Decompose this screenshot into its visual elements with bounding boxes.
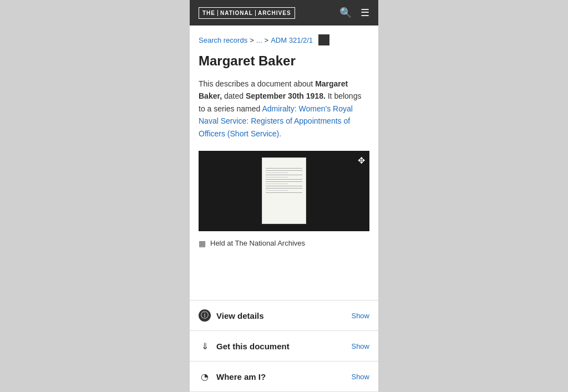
info-icon: ⓘ <box>199 309 211 322</box>
logo: THENATIONALARCHIVES <box>199 7 295 19</box>
breadcrumb-sep2: > <box>265 36 269 44</box>
breadcrumb: Search records > ... > ADM 321/2/1 + <box>199 34 369 45</box>
add-breadcrumb-button[interactable]: + <box>318 34 329 45</box>
menu-icon[interactable]: ☰ <box>361 7 369 19</box>
expand-icon[interactable]: ✥ <box>358 155 365 166</box>
view-details-show[interactable]: Show <box>351 312 369 320</box>
doc-line-7 <box>266 181 302 182</box>
logo-box: THENATIONALARCHIVES <box>199 7 295 19</box>
doc-line-3 <box>266 172 288 173</box>
where-am-i-header[interactable]: ◔ Where am I? Show <box>190 362 378 391</box>
page-title: Margaret Baker <box>199 53 369 69</box>
doc-line-11 <box>266 190 288 191</box>
accordion-left-3: ◔ Where am I? <box>199 370 266 383</box>
document-image-container: ✥ <box>199 151 369 231</box>
view-details-header[interactable]: ⓘ View details Show <box>190 301 378 330</box>
phone-container: THENATIONALARCHIVES 🔍 ☰ Search records >… <box>190 0 378 392</box>
desc-part2: dated <box>222 91 246 100</box>
logo-national: NATIONAL <box>220 10 256 16</box>
logo-the: THE <box>202 10 218 16</box>
header: THENATIONALARCHIVES 🔍 ☰ <box>190 0 378 26</box>
desc-date: September 30th 1918. <box>246 91 326 100</box>
doc-line-9 <box>266 186 302 186</box>
doc-lines <box>266 168 302 193</box>
get-document-label: Get this document <box>216 342 290 351</box>
where-am-i-show[interactable]: Show <box>351 373 369 381</box>
doc-line-2 <box>266 170 302 171</box>
view-details-label: View details <box>216 311 264 320</box>
logo-archives: ARCHIVES <box>258 10 291 16</box>
doc-line-8 <box>266 184 288 184</box>
held-at: ▦ Held at The National Archives <box>199 239 369 256</box>
doc-line-4 <box>266 175 302 175</box>
doc-line-10 <box>266 188 302 189</box>
main-content: Search records > ... > ADM 321/2/1 + Mar… <box>190 26 378 300</box>
get-document-show[interactable]: Show <box>351 342 369 350</box>
doc-line-6 <box>266 179 302 180</box>
doc-line-1 <box>266 168 302 169</box>
accordion-left: ⓘ View details <box>199 309 264 322</box>
document-thumbnail <box>262 157 306 224</box>
accordion-item-where-am-i: ◔ Where am I? Show <box>190 362 378 392</box>
search-icon[interactable]: 🔍 <box>339 7 352 19</box>
doc-line-5 <box>266 177 288 177</box>
accordion-item-get-document: ⇓ Get this document Show <box>190 331 378 362</box>
get-document-header[interactable]: ⇓ Get this document Show <box>190 331 378 361</box>
description: This describes a document about Margaret… <box>199 78 369 140</box>
breadcrumb-ref[interactable]: ADM 321/2/1 <box>271 36 313 44</box>
where-am-i-label: Where am I? <box>216 372 266 381</box>
breadcrumb-search[interactable]: Search records <box>199 36 247 44</box>
archive-icon: ▦ <box>199 239 206 248</box>
accordion-item-view-details: ⓘ View details Show <box>190 301 378 331</box>
doc-line-12 <box>266 192 302 193</box>
breadcrumb-sep1: > <box>250 36 254 44</box>
accordion-left-2: ⇓ Get this document <box>199 340 290 352</box>
breadcrumb-ellipsis[interactable]: ... <box>256 36 262 44</box>
desc-part1: This describes a document about <box>199 79 315 88</box>
held-at-text: Held at The National Archives <box>210 239 305 247</box>
download-icon: ⇓ <box>199 340 211 352</box>
accordion: ⓘ View details Show ⇓ Get this document … <box>190 300 378 392</box>
header-icons: 🔍 ☰ <box>339 7 369 19</box>
compass-icon: ◔ <box>199 370 211 383</box>
